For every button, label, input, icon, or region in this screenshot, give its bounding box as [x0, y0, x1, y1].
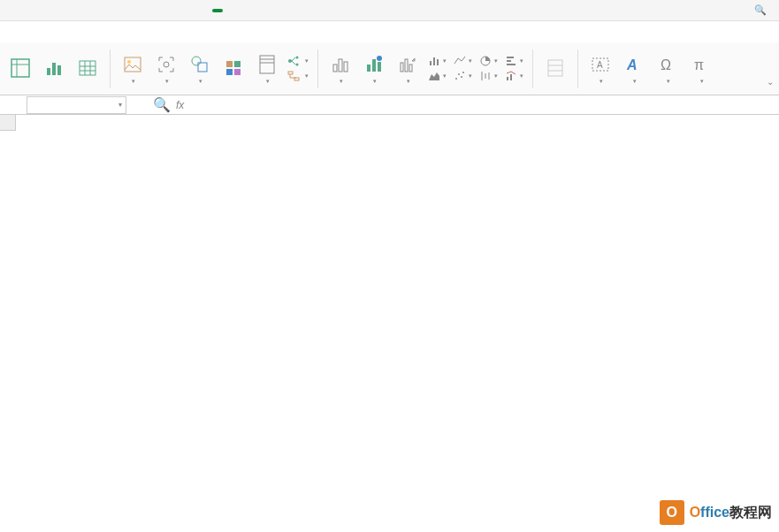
pie-chart-button[interactable]: ▾	[477, 54, 500, 68]
ribbon-divider	[577, 49, 578, 88]
pivot-chart-icon	[42, 57, 65, 80]
picture-icon	[121, 53, 144, 76]
wordart-icon: A	[622, 53, 645, 76]
online-chart-icon	[363, 53, 386, 76]
tab-formula[interactable]	[258, 9, 262, 12]
ribbon-divider	[317, 49, 318, 88]
watermark-title: Office教程网	[690, 505, 772, 521]
stock-chart-icon	[479, 70, 492, 82]
tab-special[interactable]	[375, 9, 378, 12]
svg-point-46	[458, 73, 460, 75]
icon-lib-button[interactable]	[218, 57, 248, 81]
select-all-button[interactable]	[0, 115, 16, 131]
function-chart-icon	[256, 53, 279, 76]
combo-chart-button[interactable]: ▾	[503, 69, 525, 83]
svg-rect-30	[288, 72, 293, 74]
tab-developer[interactable]	[355, 9, 359, 12]
svg-rect-58	[548, 60, 562, 76]
icon-lib-icon	[222, 57, 245, 80]
tab-start[interactable]	[193, 9, 196, 12]
svg-rect-8	[52, 63, 56, 75]
ribbon: ▾ ▾ ▾ ▾ ▾ ▾ ▾ ▾ ▾ ▾ ▾ ▾ ▾ ▾ ▾	[0, 42, 779, 95]
svg-rect-35	[367, 65, 370, 72]
menu-bar: 🔍	[0, 0, 779, 21]
svg-rect-20	[226, 61, 233, 67]
tab-page-layout[interactable]	[239, 9, 242, 12]
demo-charts-button[interactable]: ▾	[393, 53, 423, 85]
flowchart-button[interactable]: ▾	[286, 69, 310, 83]
shape-icon	[188, 53, 211, 76]
watermark-logo-icon: O	[660, 500, 684, 525]
mindmap-button[interactable]: ▾	[286, 54, 310, 68]
ribbon-divider	[110, 49, 111, 88]
wordart-button[interactable]: A ▾	[619, 53, 649, 85]
tab-review[interactable]	[297, 9, 301, 12]
svg-rect-41	[409, 65, 412, 72]
namebox-dropdown-arrow[interactable]: ▾	[118, 101, 122, 109]
zoom-icon[interactable]: 🔍	[153, 96, 171, 113]
scatter-chart-button[interactable]: ▾	[452, 69, 474, 83]
svg-text:Ω: Ω	[661, 57, 671, 72]
search-box[interactable]: 🔍	[754, 4, 770, 16]
tab-view[interactable]	[317, 9, 320, 12]
svg-point-47	[461, 76, 462, 78]
svg-rect-24	[260, 56, 274, 73]
textbox-button[interactable]: A ▾	[585, 53, 615, 85]
svg-rect-55	[507, 64, 516, 65]
svg-point-38	[377, 56, 382, 61]
svg-text:A: A	[626, 57, 638, 72]
name-box[interactable]: ▾	[27, 96, 126, 114]
shape-button[interactable]: ▾	[185, 53, 215, 85]
formula-bar: ▾ 🔍 fx	[0, 95, 779, 115]
bar-chart-h-button[interactable]: ▾	[503, 54, 525, 68]
tab-insert[interactable]	[212, 9, 223, 12]
svg-point-27	[288, 59, 292, 63]
svg-rect-33	[339, 59, 342, 72]
svg-point-16	[127, 60, 131, 64]
svg-rect-9	[57, 65, 61, 75]
svg-text:π: π	[694, 57, 704, 72]
svg-rect-56	[507, 77, 508, 80]
svg-rect-22	[226, 69, 233, 75]
svg-point-45	[455, 78, 457, 80]
svg-rect-10	[80, 61, 95, 75]
column-chart-button[interactable]: ▾	[426, 54, 448, 68]
formula-icon: π	[690, 53, 713, 76]
line-chart-button[interactable]: ▾	[452, 54, 474, 68]
tab-security[interactable]	[336, 9, 340, 12]
table-icon	[76, 57, 99, 80]
svg-rect-15	[125, 57, 141, 72]
online-charts-button[interactable]: ▾	[359, 53, 389, 85]
tab-doc-helper[interactable]	[394, 9, 398, 12]
svg-rect-54	[507, 60, 511, 62]
slicer-button	[540, 57, 570, 81]
svg-point-48	[462, 72, 464, 73]
collapse-ribbon-button[interactable]: ⌄	[765, 74, 775, 88]
area-chart-icon	[428, 70, 440, 82]
svg-rect-37	[378, 62, 381, 72]
bar-chart-h-icon	[505, 55, 517, 67]
line-chart-icon	[454, 55, 466, 67]
svg-rect-53	[507, 57, 514, 58]
screenshot-button[interactable]: ▾	[151, 53, 181, 85]
fx-icon[interactable]: fx	[176, 99, 184, 111]
pivot-table-button[interactable]	[5, 57, 35, 81]
tab-data[interactable]	[278, 9, 281, 12]
picture-button[interactable]: ▾	[118, 53, 148, 85]
area-chart-button[interactable]: ▾	[426, 69, 448, 83]
search-icon: 🔍	[754, 4, 767, 16]
svg-rect-4	[11, 59, 29, 77]
stock-chart-button[interactable]: ▾	[477, 69, 500, 83]
ribbon-divider	[532, 49, 533, 88]
all-charts-button[interactable]: ▾	[325, 53, 355, 85]
function-chart-button[interactable]: ▾	[252, 53, 282, 85]
pivot-chart-button[interactable]	[39, 57, 69, 81]
symbol-button[interactable]: Ω ▾	[653, 53, 683, 85]
demo-chart-icon	[396, 53, 419, 76]
svg-rect-43	[433, 57, 435, 65]
table-button[interactable]	[73, 57, 103, 81]
pivot-table-icon	[9, 57, 32, 80]
formula-button[interactable]: π ▾	[686, 53, 716, 85]
scatter-chart-icon	[454, 70, 466, 82]
mindmap-icon	[287, 55, 300, 67]
